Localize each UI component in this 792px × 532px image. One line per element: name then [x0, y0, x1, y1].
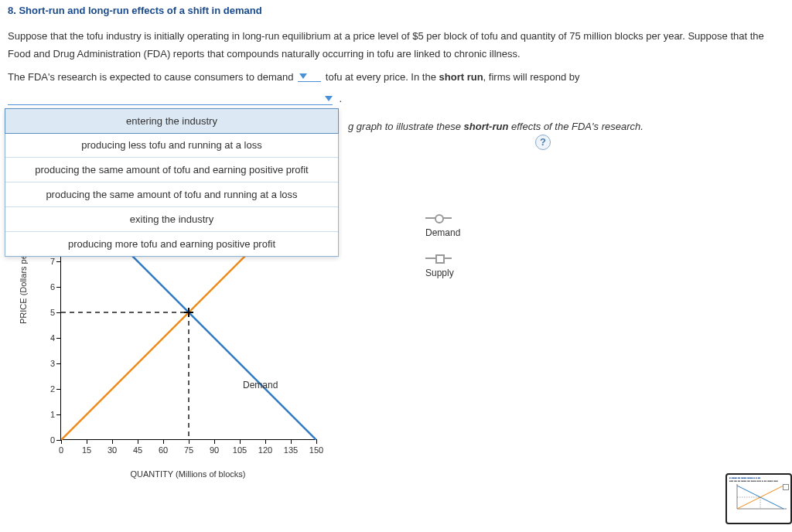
- x-tick-label: 45: [133, 445, 142, 455]
- dropdown-option[interactable]: entering the industry: [5, 108, 339, 134]
- x-tick-label: 90: [210, 445, 219, 455]
- dropdown-and-hint-wrap: entering the industry producing less tof…: [8, 119, 784, 471]
- chevron-down-icon: [299, 73, 307, 79]
- intro-paragraph: Suppose that the tofu industry is initia…: [8, 27, 784, 63]
- x-tick-label: 60: [159, 445, 168, 455]
- y-tick-label: 6: [43, 282, 55, 292]
- question-title: 8. Short-run and long-run effects of a s…: [8, 5, 784, 16]
- prompt-bold: short run: [439, 71, 483, 83]
- prompt-post: , firms will respond by: [483, 71, 580, 83]
- dropdown-slot-2[interactable]: .: [8, 91, 333, 105]
- dropdown-option[interactable]: producing the same amount of tofu and ea…: [5, 158, 338, 182]
- x-tick-label: 75: [184, 445, 193, 455]
- help-icon[interactable]: ?: [535, 135, 551, 150]
- dropdown-option[interactable]: exiting the industry: [5, 207, 338, 232]
- graph-instruction: g graph to illustrate these short-run ef…: [348, 119, 784, 135]
- chevron-down-icon: [325, 96, 333, 101]
- hint-pre: g graph to illustrate these: [348, 121, 464, 132]
- dropdown-menu: entering the industry producing less tof…: [5, 108, 339, 257]
- x-tick-label: 105: [233, 445, 247, 455]
- dropdown-option[interactable]: producing more tofu and earning positive…: [5, 232, 338, 256]
- y-tick-label: 1: [43, 410, 55, 419]
- prompt-pre: The FDA's research is expected to cause …: [8, 71, 294, 83]
- x-tick-label: 120: [258, 445, 272, 455]
- x-axis-label: QUANTITY (Millions of blocks): [60, 469, 316, 479]
- x-tick-label: 30: [108, 445, 117, 455]
- hint-bold: short-run: [464, 121, 509, 132]
- dropdown-option[interactable]: producing less tofu and running at a los…: [5, 133, 338, 158]
- x-tick: [316, 439, 317, 444]
- prompt-line-1: The FDA's research is expected to cause …: [8, 71, 784, 84]
- y-tick-label: 2: [43, 384, 55, 394]
- hint-post: effects of the FDA's research.: [508, 121, 643, 132]
- dropdown-option[interactable]: producing the same amount of tofu and ru…: [5, 182, 338, 207]
- thumbnail-preview[interactable]: ■ ■■■■ ■■ ■■■■ ■■■■ ■ ■ ■■ ■■■ ■■ ■■ ■■■…: [725, 473, 792, 479]
- x-tick-label: 150: [309, 445, 323, 455]
- y-tick-label: 4: [43, 333, 55, 343]
- y-tick-label: 7: [43, 257, 55, 266]
- period: .: [339, 93, 342, 104]
- x-tick-label: 0: [59, 445, 63, 455]
- x-tick-label: 135: [284, 445, 298, 455]
- dropdown-slot-1[interactable]: [298, 70, 321, 82]
- y-tick-label: 5: [43, 308, 55, 317]
- series-annotation: Demand: [243, 380, 278, 390]
- x-tick-label: 15: [82, 445, 91, 455]
- y-tick-label: 0: [43, 435, 55, 445]
- prompt-mid: tofu at every price. In the: [326, 71, 439, 83]
- y-tick-label: 3: [43, 359, 55, 368]
